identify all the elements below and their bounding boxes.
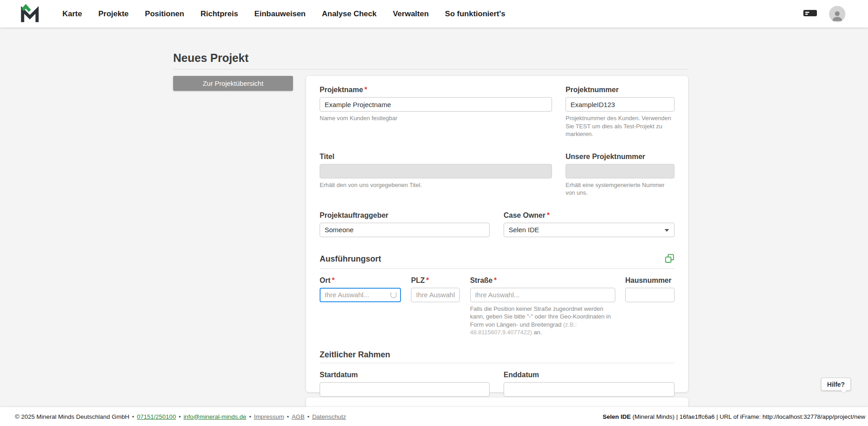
plz-label: PLZ*	[411, 276, 460, 285]
copy-icon[interactable]	[665, 253, 675, 265]
required-marker: *	[332, 276, 335, 284]
field-ort: Ort*	[320, 276, 401, 337]
nav-item-so-funktionierts[interactable]: So funktioniert's	[445, 9, 505, 19]
footer: © 2025 Mineral Minds Deutschland GmbH • …	[0, 407, 868, 426]
project-overview-button[interactable]: Zur Projektübersicht	[173, 76, 293, 91]
main-navigation: Karte Projekte Positionen Richtpreis Ein…	[62, 9, 505, 19]
field-enddatum: Enddatum	[504, 371, 675, 397]
title-divider	[173, 69, 688, 70]
titel-label: Titel	[320, 153, 552, 161]
footer-impressum-link[interactable]: Impressum	[254, 413, 284, 420]
nav-item-projekte[interactable]: Projekte	[98, 9, 128, 19]
ort-input[interactable]	[320, 288, 401, 302]
form-row-dates: Startdatum Enddatum	[320, 371, 675, 397]
field-titel: Titel Erhält den von uns vorgegebenen Ti…	[320, 153, 552, 197]
footer-separator: •	[132, 413, 134, 420]
titel-label-text: Titel	[320, 153, 335, 160]
projektauftraggeber-input[interactable]	[320, 223, 490, 237]
case-owner-selected-value: Selen IDE	[509, 226, 539, 234]
field-projektname: Projektname* Name vom Kunden festlegbar	[320, 86, 552, 138]
titel-input	[320, 164, 552, 178]
projektnummer-label-text: Projektnummer	[566, 86, 618, 94]
nav-item-verwalten[interactable]: Verwalten	[393, 9, 429, 19]
ort-label: Ort*	[320, 276, 401, 285]
titel-helper: Erhält den von uns vorgegebenen Titel.	[320, 181, 552, 189]
ort-input-wrap	[320, 288, 401, 302]
footer-agb-link[interactable]: AGB	[292, 413, 305, 420]
ort-label-text: Ort	[320, 276, 330, 284]
plz-input[interactable]	[411, 288, 460, 302]
field-projektauftraggeber: Projektauftraggeber	[320, 211, 490, 237]
required-marker: *	[547, 211, 549, 219]
footer-email-link[interactable]: info@mineral-minds.de	[184, 413, 246, 420]
section-zeitlicher-rahmen-divider	[320, 363, 675, 363]
unsere-projektnummer-label-text: Unsere Projektnummer	[566, 153, 645, 160]
case-owner-label: Case Owner*	[504, 211, 675, 220]
nav-item-richtpreis[interactable]: Richtpreis	[200, 9, 238, 19]
strasse-helper-main: Falls die Position keiner Straße zugeord…	[470, 305, 611, 328]
footer-copyright: © 2025 Mineral Minds Deutschland GmbH	[15, 413, 129, 420]
mineral-minds-logo[interactable]	[20, 4, 40, 24]
projektname-label-text: Projektname	[320, 86, 363, 94]
projektauftraggeber-label-text: Projektauftraggeber	[320, 211, 388, 219]
plz-label-text: PLZ	[411, 276, 425, 284]
projektname-input[interactable]	[320, 97, 552, 112]
strasse-helper-suffix: an.	[532, 329, 542, 336]
strasse-label: Straße*	[470, 276, 615, 285]
projektname-label: Projektname*	[320, 86, 552, 94]
nav-item-einbauweisen[interactable]: Einbauweisen	[255, 9, 306, 19]
strasse-input[interactable]	[470, 288, 615, 302]
footer-session-user: Selen IDE	[603, 413, 631, 420]
field-projektnummer: Projektnummer Projektnummer des Kunden. …	[566, 86, 675, 138]
footer-phone-link[interactable]: 07151/250100	[137, 413, 176, 420]
footer-separator: •	[249, 413, 251, 420]
footer-datenschutz-link[interactable]: Datenschutz	[312, 413, 346, 420]
required-marker: *	[426, 276, 429, 284]
field-case-owner: Case Owner* Selen IDE	[504, 211, 675, 237]
footer-separator: •	[307, 413, 310, 420]
next-card-sliver	[306, 398, 688, 407]
hausnummer-input[interactable]	[625, 288, 675, 302]
form-row-titel-unsere-nummer: Titel Erhält den von uns vorgegebenen Ti…	[320, 153, 675, 197]
form-row-address: Ort* PLZ* Straße* Falls die Position kei…	[320, 276, 675, 337]
section-zeitlicher-rahmen-title: Zeitlicher Rahmen	[320, 350, 390, 360]
enddatum-label: Enddatum	[504, 371, 675, 379]
enddatum-label-text: Enddatum	[504, 371, 539, 379]
hausnummer-label: Hausnummer	[625, 276, 675, 285]
projektname-helper: Name vom Kunden festlegbar	[320, 114, 552, 122]
footer-separator: •	[179, 413, 181, 420]
projektnummer-input[interactable]	[566, 97, 675, 112]
projektauftraggeber-label: Projektauftraggeber	[320, 211, 490, 220]
loading-spinner-icon	[390, 291, 397, 298]
footer-session-info: Selen IDE (Mineral Minds) | 16fae1ffc6a6…	[603, 413, 865, 420]
strasse-label-text: Straße	[470, 276, 493, 284]
enddatum-input[interactable]	[504, 382, 675, 397]
new-project-form-card: Projektname* Name vom Kunden festlegbar …	[306, 76, 688, 392]
startdatum-input[interactable]	[320, 382, 490, 397]
user-avatar-icon[interactable]	[829, 6, 845, 22]
footer-session-rest: (Mineral Minds) | 16fae1ffc6a6 | URL of …	[631, 413, 865, 420]
field-plz: PLZ*	[411, 276, 460, 337]
projektnummer-helper: Projektnummer des Kunden. Verwenden Sie …	[566, 114, 675, 138]
nav-item-karte[interactable]: Karte	[62, 9, 82, 19]
footer-left: © 2025 Mineral Minds Deutschland GmbH • …	[15, 413, 346, 420]
field-strasse: Straße* Falls die Position keiner Straße…	[470, 276, 615, 337]
server-icon[interactable]	[803, 8, 817, 20]
nav-item-analyse-check[interactable]: Analyse Check	[322, 9, 377, 19]
form-row-auftraggeber-owner: Projektauftraggeber Case Owner* Selen ID…	[320, 211, 675, 237]
hausnummer-label-text: Hausnummer	[625, 276, 671, 284]
unsere-projektnummer-label: Unsere Projektnummer	[566, 153, 675, 161]
startdatum-label: Startdatum	[320, 371, 490, 379]
section-ausfuehrungsort-header: Ausführungsort	[320, 253, 675, 265]
startdatum-label-text: Startdatum	[320, 371, 358, 379]
required-marker: *	[494, 276, 496, 284]
section-ausfuehrungsort-title: Ausführungsort	[320, 254, 381, 264]
nav-item-positionen[interactable]: Positionen	[145, 9, 184, 19]
case-owner-label-text: Case Owner	[504, 211, 545, 219]
required-marker: *	[364, 86, 367, 94]
case-owner-select[interactable]: Selen IDE	[504, 223, 675, 237]
page-title: Neues Projekt	[173, 51, 249, 65]
navbar-right-group	[803, 6, 845, 22]
help-button[interactable]: Hilfe?	[821, 378, 851, 391]
field-unsere-projektnummer: Unsere Projektnummer Erhält eine systemg…	[566, 153, 675, 197]
